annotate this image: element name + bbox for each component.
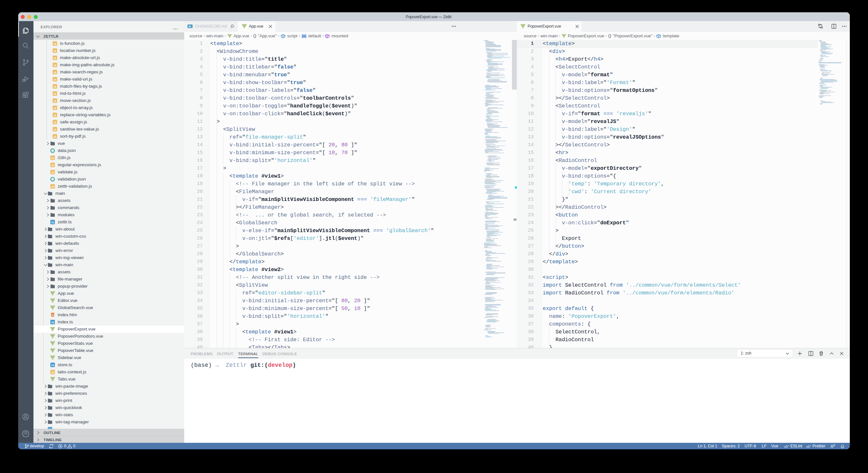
svg-text:JS: JS xyxy=(51,186,54,188)
svg-text:JS: JS xyxy=(54,78,57,81)
svg-text:JS: JS xyxy=(54,86,57,88)
svg-text:5: 5 xyxy=(52,314,53,316)
svg-text:M↓: M↓ xyxy=(189,25,191,28)
svg-text:JS: JS xyxy=(54,64,57,67)
svg-text:JS: JS xyxy=(51,171,54,174)
svg-text:JS: JS xyxy=(54,57,57,59)
svg-text:JS: JS xyxy=(54,71,57,74)
svg-text:JS: JS xyxy=(51,371,54,374)
svg-text:TS: TS xyxy=(51,222,54,224)
svg-text:JS: JS xyxy=(51,157,54,159)
svg-text:JS: JS xyxy=(54,114,57,116)
svg-text:JS: JS xyxy=(54,50,57,52)
svg-text:JS: JS xyxy=(54,100,57,102)
svg-text:JS: JS xyxy=(54,107,57,109)
svg-text:JS: JS xyxy=(54,43,57,45)
svg-text:JS: JS xyxy=(54,93,57,95)
svg-text:TS: TS xyxy=(51,322,54,324)
svg-text:JS: JS xyxy=(51,164,54,167)
svg-text:JS: JS xyxy=(54,129,57,131)
svg-text:TS: TS xyxy=(51,364,54,367)
svg-text:JS: JS xyxy=(54,136,57,138)
svg-text:JS: JS xyxy=(54,122,57,124)
